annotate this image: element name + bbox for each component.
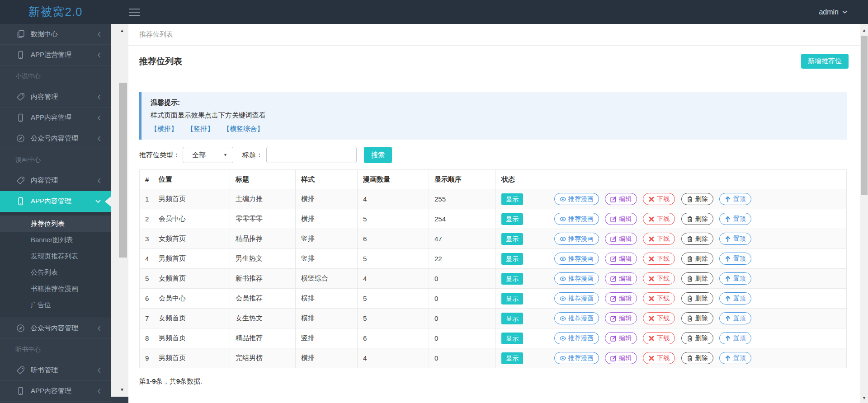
filter-bar: 推荐位类型： 全部 ▼ 标题： 搜索 [139, 147, 847, 163]
offline-button[interactable]: 下线 [643, 312, 675, 324]
edit-button[interactable]: 编辑 [605, 253, 637, 265]
table-row: 2 会员中心 零零零零 横排 5 254 显示 推荐漫画 编辑 下线 删除 置顶 [140, 209, 847, 229]
delete-button[interactable]: 删除 [681, 193, 713, 205]
recommend-comics-button[interactable]: 推荐漫画 [554, 332, 599, 344]
user-dropdown[interactable]: admin [819, 8, 868, 16]
submenu-item-discover-recommend-list[interactable]: 发现页推荐列表 [0, 248, 111, 264]
add-recommend-slot-button[interactable]: 新增推荐位 [801, 54, 849, 69]
cell-index: 1 [140, 189, 153, 209]
sidebar-item-comic-content-mgmt[interactable]: 内容管理 [0, 170, 111, 191]
hamburger-menu-icon[interactable] [129, 9, 140, 16]
offline-button[interactable]: 下线 [643, 193, 675, 205]
edit-button[interactable]: 编辑 [605, 193, 637, 205]
x-icon [648, 276, 655, 282]
edit-icon [610, 335, 617, 342]
link-vertical-layout[interactable]: 【竖排】 [187, 125, 214, 132]
offline-button[interactable]: 下线 [643, 213, 675, 225]
username: admin [819, 8, 839, 16]
recommend-comics-button[interactable]: 推荐漫画 [554, 312, 599, 324]
sidebar-item-novel-official-account[interactable]: 公众号内容管理 [0, 128, 111, 149]
sidebar-item-comic-app-content[interactable]: APP内容管理 [0, 191, 111, 212]
delete-button[interactable]: 删除 [681, 272, 713, 285]
pin-to-top-button[interactable]: 置顶 [719, 312, 751, 324]
pin-to-top-button[interactable]: 置顶 [719, 332, 751, 344]
pin-to-top-button[interactable]: 置顶 [719, 213, 751, 225]
status-badge: 显示 [501, 293, 523, 305]
offline-button[interactable]: 下线 [643, 352, 675, 364]
recommend-comics-button[interactable]: 推荐漫画 [554, 292, 599, 305]
title-filter-input[interactable] [266, 147, 357, 163]
link-mixed-layout[interactable]: 【横竖综合】 [223, 125, 264, 132]
cell-comic-count: 6 [358, 328, 429, 348]
cell-actions: 推荐漫画 编辑 下线 删除 置顶 [545, 328, 847, 348]
sidebar-scrollbar[interactable]: ▲ ▼ [111, 24, 128, 403]
offline-button[interactable]: 下线 [643, 292, 675, 305]
offline-button[interactable]: 下线 [643, 272, 675, 285]
recommend-comics-button[interactable]: 推荐漫画 [554, 272, 599, 285]
scroll-down-arrow-icon[interactable]: ▼ [118, 387, 126, 393]
trash-icon [687, 355, 693, 361]
pin-to-top-button[interactable]: 置顶 [719, 292, 751, 305]
page-scrollbar[interactable]: ▲ ▼ [860, 24, 868, 403]
delete-button[interactable]: 删除 [681, 213, 713, 225]
edit-button[interactable]: 编辑 [605, 233, 637, 245]
sidebar-item-comic-official-account[interactable]: 公众号内容管理 [0, 318, 111, 339]
cell-actions: 推荐漫画 编辑 下线 删除 置顶 [545, 309, 847, 328]
scroll-down-arrow-icon[interactable]: ▼ [860, 396, 868, 400]
delete-button[interactable]: 删除 [681, 332, 713, 344]
edit-button[interactable]: 编辑 [605, 332, 637, 344]
scrollbar-thumb[interactable] [861, 36, 868, 195]
offline-button[interactable]: 下线 [643, 233, 675, 245]
mobile-icon [16, 197, 25, 206]
pin-to-top-button[interactable]: 置顶 [719, 272, 751, 285]
scroll-up-arrow-icon[interactable]: ▲ [860, 28, 868, 33]
sidebar-item-novel-app-content[interactable]: APP内容管理 [0, 108, 111, 128]
pin-to-top-button[interactable]: 置顶 [719, 352, 751, 364]
recommend-comics-button[interactable]: 推荐漫画 [554, 193, 599, 205]
recommend-comics-button[interactable]: 推荐漫画 [554, 233, 599, 245]
submenu-item-notice-list[interactable]: 公告列表 [0, 264, 111, 281]
link-horizontal-layout[interactable]: 【横排】 [151, 125, 178, 132]
edit-button[interactable]: 编辑 [605, 292, 637, 305]
edit-button[interactable]: 编辑 [605, 272, 637, 285]
submenu-item-banner-list[interactable]: Banner图列表 [0, 232, 111, 248]
pin-to-top-button[interactable]: 置顶 [719, 193, 751, 205]
sidebar-item-audiobook-mgmt[interactable]: 听书管理 [0, 360, 111, 381]
cell-actions: 推荐漫画 编辑 下线 删除 置顶 [545, 229, 847, 249]
cell-title: 精品推荐 [230, 328, 296, 348]
edit-button[interactable]: 编辑 [605, 352, 637, 364]
sidebar-item-novel-content-mgmt[interactable]: 内容管理 [0, 87, 111, 108]
delete-button[interactable]: 删除 [681, 292, 713, 305]
delete-button[interactable]: 删除 [681, 352, 713, 364]
scroll-up-arrow-icon[interactable]: ▲ [118, 28, 126, 34]
submenu-item-ad-slot[interactable]: 广告位 [0, 297, 111, 313]
cell-actions: 推荐漫画 编辑 下线 删除 置顶 [545, 269, 847, 289]
delete-button[interactable]: 删除 [681, 253, 713, 265]
cell-style: 横排 [296, 289, 358, 309]
submenu-item-recommend-slot-list[interactable]: 推荐位列表 [0, 216, 111, 232]
delete-button[interactable]: 删除 [681, 312, 713, 324]
trash-icon [687, 295, 693, 302]
search-button[interactable]: 搜索 [364, 147, 392, 163]
scrollbar-thumb[interactable] [119, 83, 127, 258]
submenu-item-book-recommend-comic[interactable]: 书籍推荐位漫画 [0, 281, 111, 297]
recommend-comics-button[interactable]: 推荐漫画 [554, 352, 599, 364]
recommend-comics-button[interactable]: 推荐漫画 [554, 253, 599, 265]
offline-button[interactable]: 下线 [643, 332, 675, 344]
sidebar-item-app-operations[interactable]: APP运营管理 [0, 45, 111, 66]
cell-title: 精品推荐 [230, 229, 296, 249]
cell-status: 显示 [496, 289, 545, 309]
tip-links: 【横排】 【竖排】 【横竖综合】 [151, 125, 838, 133]
pin-to-top-button[interactable]: 置顶 [719, 253, 751, 265]
delete-button[interactable]: 删除 [681, 233, 713, 245]
edit-button[interactable]: 编辑 [605, 213, 637, 225]
sidebar-item-audiobook-app-content[interactable]: APP内容管理 [0, 381, 111, 402]
cell-actions: 推荐漫画 编辑 下线 删除 置顶 [545, 249, 847, 269]
pin-to-top-button[interactable]: 置顶 [719, 233, 751, 245]
cell-position: 男频首页 [153, 189, 230, 209]
edit-button[interactable]: 编辑 [605, 312, 637, 324]
offline-button[interactable]: 下线 [643, 253, 675, 265]
recommend-comics-button[interactable]: 推荐漫画 [554, 213, 599, 225]
type-filter-select[interactable]: 全部 ▼ [183, 147, 233, 163]
sidebar-item-data-center[interactable]: 数据中心 [0, 24, 111, 45]
